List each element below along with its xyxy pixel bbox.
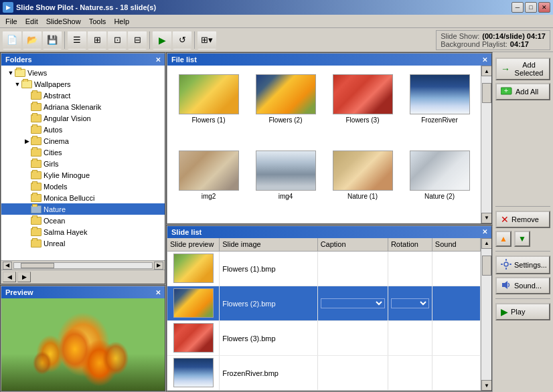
nav-forward-button[interactable]: ▶	[17, 272, 31, 282]
file-item-frozenriver[interactable]: FrozenRiver	[404, 71, 475, 142]
menu-slideshow[interactable]: SlideShow	[42, 15, 85, 27]
slide-table-wrap[interactable]: Slide preview Slide image Caption Rotati…	[167, 238, 481, 391]
slide-caption-cell-4[interactable]	[317, 356, 388, 391]
add-selected-button[interactable]: → Add Selected	[495, 58, 550, 80]
slide-vscroll-down-button[interactable]: ▼	[481, 380, 491, 391]
play-button[interactable]: ▶	[153, 31, 171, 50]
maximize-button[interactable]: □	[525, 2, 537, 13]
folder-panel-close[interactable]: ✕	[155, 56, 161, 64]
file-list-close[interactable]: ✕	[482, 56, 487, 64]
loop-button[interactable]: ↺	[173, 31, 191, 50]
tree-item-adriana[interactable]: Adriana Sklenarik	[1, 101, 165, 112]
tree-item-salma[interactable]: Salma Hayek	[1, 226, 165, 237]
rotation-dropdown-2[interactable]	[391, 298, 429, 308]
file-item-nature1[interactable]: Nature (1)	[327, 147, 398, 218]
sound-button[interactable]: Sound...	[495, 277, 550, 294]
slide-sound-cell-1[interactable]	[432, 252, 480, 286]
vscroll-up-button[interactable]: ▲	[481, 66, 491, 76]
tree-item-abstract[interactable]: Abstract	[1, 90, 165, 101]
menu-tools[interactable]: Tools	[85, 15, 110, 27]
open-button[interactable]: 📂	[23, 31, 42, 50]
expand-views[interactable]: ▼	[7, 70, 15, 76]
slide-sound-cell-4[interactable]	[432, 356, 480, 391]
close-button[interactable]: ✕	[538, 2, 550, 13]
settings-label: Settings...	[514, 261, 547, 269]
file-item-flowers1[interactable]: Flowers (1)	[173, 71, 244, 142]
view-list-button[interactable]: ☰	[68, 31, 86, 50]
menu-file[interactable]: File	[1, 15, 21, 27]
slide-vscroll-thumb[interactable]	[482, 256, 491, 276]
file-list-vscroll[interactable]: ▲ ▼	[481, 66, 491, 223]
file-item-flowers3[interactable]: Flowers (3)	[327, 71, 398, 142]
slide-row-4[interactable]: FrozenRiver.bmp	[167, 356, 481, 391]
hscroll-thumb[interactable]	[21, 263, 54, 268]
slide-sound-cell-2[interactable]	[432, 286, 480, 321]
move-up-button[interactable]: ▲	[495, 231, 511, 247]
folder-tree[interactable]: ▼ Views ▼ Wallpapers Abstract	[1, 66, 165, 260]
preview-panel-close[interactable]: ✕	[155, 289, 161, 296]
window-controls[interactable]: ─ □ ✕	[511, 2, 550, 13]
slide-row-3[interactable]: Flowers (3).bmp	[167, 321, 481, 356]
file-item-nature2[interactable]: Nature (2)	[404, 147, 475, 218]
expand-wallpapers[interactable]: ▼	[13, 81, 21, 88]
slide-caption-cell-3[interactable]	[317, 321, 388, 356]
tree-item-views[interactable]: ▼ Views	[1, 67, 165, 78]
tree-item-autos[interactable]: Autos	[1, 124, 165, 135]
expand-cinema[interactable]: ▶	[23, 138, 31, 144]
vscroll-thumb[interactable]	[482, 83, 491, 103]
add-all-button[interactable]: + Add All	[495, 83, 550, 100]
vscroll-track[interactable]	[481, 76, 491, 213]
hscroll-track[interactable]	[13, 262, 153, 269]
slide-row-1[interactable]: Flowers (1).bmp	[167, 252, 481, 286]
slide-vscroll-up-button[interactable]: ▲	[481, 238, 491, 249]
file-item-img2[interactable]: img2	[173, 147, 244, 218]
tree-item-angular[interactable]: Angular Vision	[1, 112, 165, 124]
remove-button[interactable]: ✕ Remove	[495, 211, 550, 228]
slide-list-vscroll[interactable]: ▲ ▼	[481, 238, 491, 391]
tree-item-wallpapers[interactable]: ▼ Wallpapers	[1, 78, 165, 90]
scroll-right-button[interactable]: ▶	[154, 262, 163, 270]
slide-vscroll-track[interactable]	[481, 249, 491, 381]
tree-item-ocean[interactable]: Ocean	[1, 215, 165, 226]
file-item-flowers2[interactable]: Flowers (2)	[250, 71, 321, 142]
new-button[interactable]: 📄	[3, 31, 21, 50]
nav-back-button[interactable]: ◀	[3, 272, 16, 282]
slide-sound-cell-3[interactable]	[432, 321, 480, 356]
file-item-img4[interactable]: img4	[250, 147, 321, 218]
view-detail-button[interactable]: ⊞	[88, 31, 106, 50]
slide-list-close[interactable]: ✕	[482, 228, 487, 235]
slide-rotation-cell-1[interactable]	[388, 252, 432, 286]
tree-item-nature[interactable]: Nature	[1, 203, 165, 215]
tree-item-kylie[interactable]: Kylie Minogue	[1, 169, 165, 181]
slide-rotation-cell-3[interactable]	[388, 321, 432, 356]
slide-row-2[interactable]: Flowers (2).bmp	[167, 286, 481, 321]
tree-item-girls[interactable]: Girls	[1, 158, 165, 169]
save-button[interactable]: 💾	[43, 31, 62, 50]
menu-edit[interactable]: Edit	[21, 15, 42, 27]
tree-item-models[interactable]: Models	[1, 181, 165, 192]
view-options-button[interactable]: ⊞▾	[198, 31, 216, 50]
view-large-button[interactable]: ⊟	[128, 31, 147, 50]
folder-icon-abstract	[31, 92, 42, 100]
slide-thumb-2	[173, 288, 214, 318]
file-grid[interactable]: Flowers (1) Flowers (2) Flowers (3)	[167, 66, 481, 223]
move-down-button[interactable]: ▼	[514, 231, 530, 247]
tree-label-girls: Girls	[44, 160, 59, 168]
tree-item-unreal[interactable]: Unreal	[1, 237, 165, 249]
settings-button[interactable]: Settings...	[495, 256, 550, 274]
slide-rotation-cell-2[interactable]	[388, 286, 432, 321]
tree-label-views: Views	[27, 69, 47, 77]
caption-dropdown-2[interactable]	[321, 298, 385, 308]
view-thumb-button[interactable]: ⊡	[108, 31, 127, 50]
tree-item-monica[interactable]: Monica Bellucci	[1, 192, 165, 203]
tree-item-cities[interactable]: Cities	[1, 146, 165, 158]
slide-caption-cell-1[interactable]	[317, 252, 388, 286]
slide-caption-cell-2[interactable]	[317, 286, 388, 321]
menu-help[interactable]: Help	[110, 15, 133, 27]
tree-item-cinema[interactable]: ▶ Cinema	[1, 135, 165, 146]
minimize-button[interactable]: ─	[511, 2, 524, 13]
vscroll-down-button[interactable]: ▼	[481, 213, 491, 223]
play-slideshow-button[interactable]: ▶ Play	[495, 303, 550, 320]
scroll-left-button[interactable]: ◀	[3, 262, 12, 270]
slide-rotation-cell-4[interactable]	[388, 356, 432, 391]
